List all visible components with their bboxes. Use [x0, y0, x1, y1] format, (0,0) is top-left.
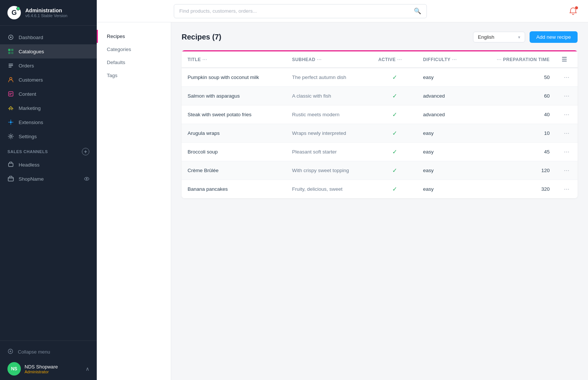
language-value: English: [478, 34, 494, 40]
sidebar-item-shopname[interactable]: ShopName: [0, 172, 97, 186]
notification-button[interactable]: [567, 5, 579, 17]
sidebar-item-content[interactable]: Content: [0, 87, 97, 101]
content-icon: [7, 91, 14, 97]
active-check-icon: ✓: [392, 167, 397, 174]
active-check-icon: ✓: [392, 74, 397, 80]
cell-subhead: Wraps newly interpreted: [286, 124, 373, 143]
sidebar-item-dashboard[interactable]: Dashboard: [0, 30, 97, 44]
cell-row-actions[interactable]: ···: [556, 68, 578, 87]
active-check-icon: ✓: [392, 111, 397, 118]
row-actions-menu[interactable]: ···: [564, 111, 569, 118]
cell-active: ✓: [372, 143, 417, 161]
chevron-down-icon: ▾: [518, 35, 520, 40]
submenu-item-tags[interactable]: Tags: [97, 69, 171, 82]
cell-prep-time: 60: [474, 87, 556, 105]
content-area: Recipes Categories Defaults Tags Recipes…: [97, 22, 588, 380]
cell-difficulty: advanced: [417, 105, 474, 124]
cell-row-actions[interactable]: ···: [556, 124, 578, 143]
sidebar-item-settings-label: Settings: [19, 134, 37, 139]
submenu-item-defaults[interactable]: Defaults: [97, 56, 171, 69]
sidebar-item-shopname-label: ShopName: [19, 176, 44, 182]
title-col-menu[interactable]: ···: [202, 57, 207, 63]
table-settings-icon[interactable]: ☰: [562, 56, 567, 63]
svg-rect-7: [9, 65, 13, 66]
svg-rect-6: [9, 64, 13, 64]
svg-point-1: [10, 37, 12, 38]
user-profile[interactable]: NS NDS Shopware Administrator ∧: [7, 358, 89, 376]
cell-difficulty: advanced: [417, 87, 474, 105]
cell-row-actions[interactable]: ···: [556, 143, 578, 161]
orders-icon: [7, 62, 14, 69]
table-row: Crème Brûlée With crispy sweet topping ✓…: [182, 161, 578, 180]
submenu-item-recipes[interactable]: Recipes: [97, 30, 171, 43]
shopname-icon: [7, 175, 14, 182]
sidebar-item-content-label: Content: [19, 91, 36, 97]
sidebar-item-marketing[interactable]: Marketing: [0, 101, 97, 115]
search-icon: 🔍: [414, 7, 421, 15]
cell-prep-time: 320: [474, 180, 556, 199]
user-chevron-icon[interactable]: ∧: [86, 366, 89, 372]
svg-point-18: [86, 178, 87, 180]
sidebar-item-orders[interactable]: Orders: [0, 58, 97, 73]
app-info: Administration v6.4.6.1 Stable Version: [25, 7, 67, 18]
table-row: Banana pancakes Fruity, delicious, sweet…: [182, 180, 578, 199]
search-input[interactable]: [179, 8, 414, 14]
cell-row-actions[interactable]: ···: [556, 161, 578, 180]
cell-active: ✓: [372, 68, 417, 87]
submenu-item-categories[interactable]: Categories: [97, 43, 171, 56]
svg-rect-15: [9, 163, 13, 167]
sidebar: G Administration v6.4.6.1 Stable Version…: [0, 0, 97, 380]
cell-row-actions[interactable]: ···: [556, 180, 578, 199]
cell-active: ✓: [372, 161, 417, 180]
language-select[interactable]: English ▾: [473, 32, 525, 42]
cell-title: Steak with sweet potato fries: [182, 105, 286, 124]
sidebar-item-headless[interactable]: Headless: [0, 158, 97, 172]
svg-rect-8: [9, 67, 12, 67]
row-actions-menu[interactable]: ···: [564, 92, 569, 99]
sidebar-item-catalogues-label: Catalogues: [19, 49, 44, 54]
row-actions-menu[interactable]: ···: [564, 185, 569, 193]
row-actions-menu[interactable]: ···: [564, 167, 569, 174]
subhead-col-menu[interactable]: ···: [317, 57, 322, 63]
row-actions-menu[interactable]: ···: [564, 129, 569, 137]
table-row: Arugula wraps Wraps newly interpreted ✓ …: [182, 124, 578, 143]
table-controls: English ▾ Add new recipe: [473, 31, 578, 43]
cell-row-actions[interactable]: ···: [556, 105, 578, 124]
user-role: Administrator: [25, 370, 82, 374]
collapse-menu-button[interactable]: Collapse menu: [7, 345, 89, 358]
active-col-menu[interactable]: ···: [397, 57, 402, 63]
add-recipe-button[interactable]: Add new recipe: [530, 31, 578, 43]
topbar-right: [567, 5, 579, 17]
collapse-icon: [7, 348, 13, 355]
table-area: Recipes (7) English ▾ Add new recipe T: [171, 22, 588, 380]
collapse-label: Collapse menu: [18, 349, 50, 355]
sidebar-item-dashboard-label: Dashboard: [19, 35, 43, 40]
customers-icon: [7, 76, 14, 83]
row-actions-menu[interactable]: ···: [564, 73, 569, 81]
sidebar-item-catalogues[interactable]: Catalogues: [0, 44, 97, 58]
table-row: Steak with sweet potato fries Rustic mee…: [182, 105, 578, 124]
sidebar-item-orders-label: Orders: [19, 63, 34, 69]
app-logo: G: [7, 6, 21, 19]
row-actions-menu[interactable]: ···: [564, 148, 569, 155]
col-header-settings: ☰: [556, 51, 578, 68]
recipes-table: Title ··· Subhead ··· Ac: [182, 50, 578, 198]
difficulty-col-menu[interactable]: ···: [452, 57, 457, 63]
user-name: NDS Shopware: [25, 364, 82, 370]
catalogues-submenu: Recipes Categories Defaults Tags: [97, 22, 171, 380]
cell-prep-time: 10: [474, 124, 556, 143]
sidebar-item-customers[interactable]: Customers: [0, 73, 97, 87]
cell-prep-time: 120: [474, 161, 556, 180]
sidebar-item-extensions[interactable]: Extensions: [0, 115, 97, 129]
sidebar-item-headless-label: Headless: [19, 162, 39, 168]
page-title: Recipes (7): [182, 33, 221, 41]
app-version: v6.4.6.1 Stable Version: [25, 13, 67, 18]
sidebar-item-settings[interactable]: Settings: [0, 129, 97, 143]
cell-active: ✓: [372, 105, 417, 124]
cell-prep-time: 45: [474, 143, 556, 161]
cell-title: Crème Brûlée: [182, 161, 286, 180]
add-sales-channel-button[interactable]: +: [82, 148, 89, 155]
prep-col-menu-left[interactable]: ···: [497, 57, 502, 63]
svg-rect-2: [8, 49, 10, 51]
cell-row-actions[interactable]: ···: [556, 87, 578, 105]
